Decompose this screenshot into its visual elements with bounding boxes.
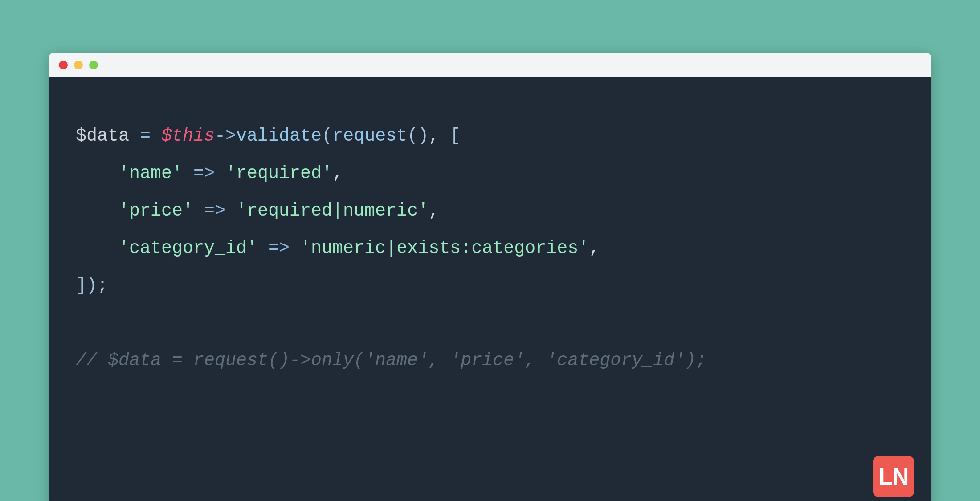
- maximize-icon[interactable]: [89, 61, 98, 69]
- window-titlebar: [49, 53, 931, 77]
- code-token: $data: [76, 126, 129, 146]
- code-token: ,: [429, 126, 450, 146]
- code-token: =: [129, 126, 161, 146]
- code-token: 'required|numeric': [236, 201, 429, 221]
- code-comment: // $data = request()->only('name', 'pric…: [76, 350, 706, 371]
- code-token: ->: [215, 126, 236, 146]
- code-area: $data = $this->validate(request(), [ 'na…: [49, 77, 931, 379]
- code-token: =>: [183, 163, 225, 183]
- code-token: =>: [257, 238, 300, 258]
- code-token: (): [407, 126, 429, 146]
- code-token: ,: [429, 201, 439, 221]
- minimize-icon[interactable]: [74, 61, 83, 69]
- code-token: [76, 238, 118, 258]
- code-token: ,: [332, 163, 343, 183]
- code-token: (: [322, 126, 332, 146]
- code-window: $data = $this->validate(request(), [ 'na…: [49, 53, 931, 501]
- brand-logo: LN: [873, 456, 914, 497]
- code-token: =>: [193, 201, 236, 221]
- code-token: ,: [589, 238, 600, 258]
- code-token: 'category_id': [118, 238, 257, 258]
- code-token: [76, 201, 118, 221]
- code-token: 'price': [118, 201, 193, 221]
- brand-logo-text: LN: [878, 463, 908, 490]
- code-token: ]);: [76, 276, 108, 296]
- code-token: 'required': [225, 163, 332, 183]
- code-token: [: [450, 126, 461, 146]
- code-token: $this: [161, 126, 215, 146]
- code-token: [76, 163, 118, 183]
- code-token: 'numeric|exists:categories': [300, 238, 589, 258]
- close-icon[interactable]: [59, 61, 68, 69]
- code-token: request: [332, 126, 407, 146]
- code-token: validate: [236, 126, 322, 146]
- code-token: 'name': [118, 163, 183, 183]
